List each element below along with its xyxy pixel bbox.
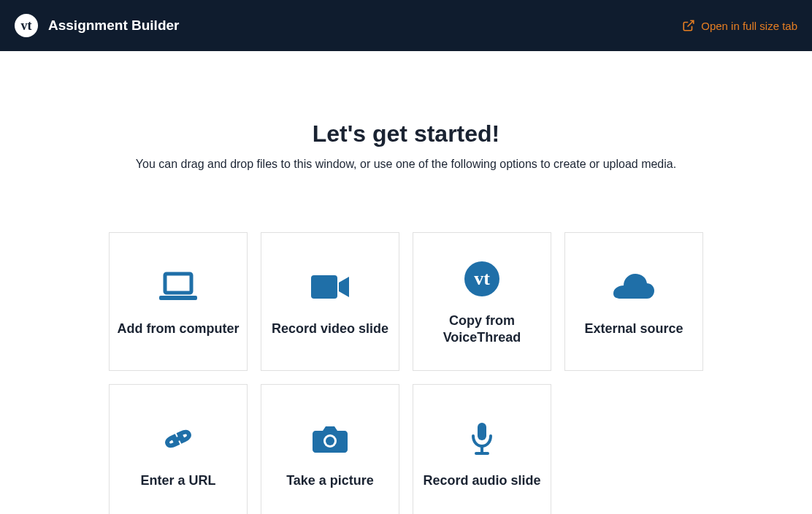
- microphone-icon: [469, 417, 495, 461]
- open-fullsize-label: Open in full size tab: [701, 20, 797, 32]
- cloud-icon: [612, 265, 656, 309]
- record-video-card[interactable]: Record video slide: [261, 232, 399, 371]
- vt-logo: vt: [15, 14, 38, 37]
- card-label: Add from computer: [117, 321, 239, 337]
- options-grid: Add from computer Record video slide vt …: [0, 232, 812, 514]
- app-title: Assignment Builder: [48, 18, 179, 34]
- card-label: Record video slide: [272, 321, 388, 337]
- take-picture-card[interactable]: Take a picture: [261, 384, 399, 514]
- camera-icon: [311, 417, 349, 461]
- svg-line-0: [688, 20, 694, 26]
- svg-rect-3: [311, 275, 337, 299]
- link-icon: [158, 417, 198, 461]
- header-left: vt Assignment Builder: [15, 14, 179, 37]
- video-camera-icon: [310, 265, 351, 309]
- external-link-icon: [682, 19, 695, 32]
- svg-rect-1: [165, 274, 191, 293]
- laptop-icon: [156, 265, 200, 309]
- record-audio-card[interactable]: Record audio slide: [413, 384, 551, 514]
- svg-rect-2: [159, 296, 197, 300]
- open-fullsize-link[interactable]: Open in full size tab: [682, 19, 797, 32]
- external-source-card[interactable]: External source: [564, 232, 703, 371]
- card-label: Enter a URL: [140, 472, 215, 489]
- main-content: Let's get started! You can drag and drop…: [0, 51, 812, 514]
- page-subtitle: You can drag and drop files to this wind…: [0, 158, 812, 171]
- svg-point-6: [326, 437, 334, 445]
- add-from-computer-card[interactable]: Add from computer: [109, 232, 248, 371]
- app-header: vt Assignment Builder Open in full size …: [0, 0, 812, 51]
- card-label: Record audio slide: [423, 472, 540, 489]
- page-title: Let's get started!: [0, 120, 812, 147]
- svg-rect-7: [478, 423, 486, 440]
- card-label: Copy from VoiceThread: [421, 312, 543, 347]
- card-label: External source: [584, 321, 683, 337]
- vt-logo-icon: vt: [464, 257, 499, 301]
- card-label: Take a picture: [286, 472, 374, 489]
- enter-url-card[interactable]: Enter a URL: [109, 384, 248, 514]
- copy-from-voicethread-card[interactable]: vt Copy from VoiceThread: [413, 232, 551, 371]
